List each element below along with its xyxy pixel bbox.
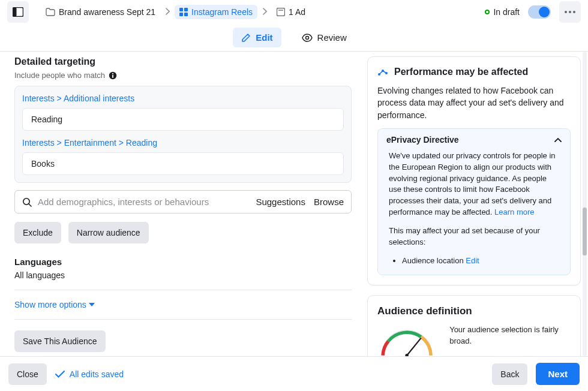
- back-button[interactable]: Back: [492, 363, 527, 385]
- svg-point-14: [112, 73, 113, 74]
- status-badge: In draft: [485, 7, 520, 17]
- tab-edit-label: Edit: [256, 32, 272, 43]
- breadcrumb-adset[interactable]: Instagram Reels: [175, 5, 257, 19]
- languages-title: Languages: [14, 257, 352, 267]
- browse-button[interactable]: Browse: [314, 197, 344, 207]
- targeting-box: Interests > Additional interests Reading…: [14, 86, 352, 183]
- interest-path-1: Interests > Additional interests: [22, 94, 344, 103]
- performance-title: Performance may be affected: [394, 67, 528, 77]
- scrollbar-track[interactable]: [583, 52, 587, 356]
- svg-rect-3: [184, 8, 188, 11]
- draft-toggle[interactable]: [528, 5, 551, 19]
- interest-path-2: Interests > Entertainment > Reading: [22, 138, 344, 148]
- breadcrumb-ad[interactable]: 1 Ad: [272, 5, 310, 19]
- svg-rect-2: [179, 8, 183, 11]
- svg-rect-4: [179, 13, 183, 16]
- pencil-icon: [241, 33, 251, 43]
- svg-point-10: [573, 11, 575, 13]
- tab-edit[interactable]: Edit: [233, 28, 281, 47]
- eprivacy-bullet: Audience location Edit: [402, 255, 559, 267]
- show-more-label: Show more options: [14, 300, 86, 309]
- panel-icon: [13, 7, 23, 17]
- svg-point-8: [565, 11, 567, 13]
- link-entertainment[interactable]: Entertainment: [64, 138, 116, 148]
- tab-review[interactable]: Review: [293, 28, 355, 47]
- ad-icon: [277, 8, 285, 16]
- breadcrumb-campaign[interactable]: Brand awareness Sept 21: [41, 5, 160, 19]
- divider: [14, 319, 352, 320]
- toggle-knob: [539, 7, 550, 17]
- search-icon: [22, 197, 32, 207]
- svg-line-20: [407, 338, 421, 356]
- link-interests[interactable]: Interests: [22, 94, 55, 103]
- eprivacy-affect-line: This may affect your ad set because of y…: [389, 225, 559, 248]
- svg-point-9: [569, 11, 571, 13]
- targeting-search[interactable]: Suggestions Browse: [14, 190, 352, 213]
- grid-icon: [179, 8, 188, 16]
- next-button[interactable]: Next: [536, 363, 580, 385]
- status-label: In draft: [493, 7, 520, 17]
- svg-rect-1: [13, 8, 17, 17]
- breadcrumb: Brand awareness Sept 21 Instagram Reels …: [41, 5, 310, 19]
- caret-down-icon: [89, 303, 95, 306]
- status-dot-icon: [485, 10, 490, 14]
- show-more-options[interactable]: Show more options: [14, 300, 352, 309]
- languages-value: All languages: [14, 270, 352, 280]
- folder-icon: [46, 8, 55, 16]
- breadcrumb-adset-label: Instagram Reels: [191, 7, 253, 17]
- eprivacy-bullet-label: Audience location: [402, 256, 464, 265]
- eprivacy-edit-link[interactable]: Edit: [466, 256, 479, 265]
- link-reading[interactable]: Reading: [126, 138, 157, 148]
- saved-status-label: All edits saved: [70, 369, 124, 379]
- performance-body: Evolving changes related to how Facebook…: [377, 85, 571, 121]
- link-interests-2[interactable]: Interests: [22, 138, 55, 148]
- audience-definition-text: Your audience selection is fairly broad.: [449, 324, 571, 356]
- svg-rect-6: [277, 8, 285, 16]
- divider: [14, 290, 352, 290]
- breadcrumb-ad-label: 1 Ad: [289, 7, 305, 17]
- breadcrumb-campaign-label: Brand awareness Sept 21: [59, 7, 155, 17]
- svg-line-16: [29, 204, 31, 206]
- gauge-icon: [377, 324, 436, 356]
- svg-rect-13: [112, 74, 113, 77]
- chevron-right-icon: [165, 7, 170, 17]
- close-button[interactable]: Close: [8, 363, 47, 385]
- chevron-right-icon: [262, 7, 267, 17]
- suggestions-button[interactable]: Suggestions: [256, 197, 305, 207]
- saved-status: All edits saved: [55, 369, 124, 379]
- narrow-audience-button[interactable]: Narrow audience: [68, 222, 149, 243]
- svg-rect-5: [184, 13, 188, 16]
- interest-value-books[interactable]: Books: [22, 152, 344, 175]
- chevron-up-icon: [554, 137, 562, 142]
- eye-icon: [302, 34, 313, 42]
- panel-toggle-button[interactable]: [7, 1, 29, 23]
- check-icon: [55, 371, 65, 378]
- save-audience-button[interactable]: Save This Audience: [14, 330, 106, 352]
- scrollbar-thumb[interactable]: [583, 207, 587, 255]
- link-additional-interests[interactable]: Additional interests: [64, 94, 134, 103]
- performance-icon: [377, 67, 388, 77]
- info-icon[interactable]: [109, 71, 117, 80]
- audience-definition-title: Audience definition: [377, 305, 571, 317]
- more-icon: [565, 11, 575, 13]
- more-button[interactable]: [559, 1, 581, 23]
- eprivacy-body: We've updated our privacy controls for p…: [389, 151, 556, 216]
- performance-card: Performance may be affected Evolving cha…: [367, 56, 581, 285]
- svg-point-11: [305, 36, 308, 39]
- eprivacy-title: ePrivacy Directive: [386, 135, 459, 145]
- tab-review-label: Review: [317, 32, 347, 43]
- exclude-button[interactable]: Exclude: [14, 222, 61, 243]
- eprivacy-header[interactable]: ePrivacy Directive: [378, 129, 570, 151]
- detailed-targeting-title: Detailed targeting: [14, 56, 352, 67]
- eprivacy-box: ePrivacy Directive We've updated our pri…: [377, 128, 571, 276]
- audience-definition-card: Audience definition Your audience select…: [367, 295, 581, 356]
- interest-value-reading[interactable]: Reading: [22, 108, 344, 131]
- targeting-search-input[interactable]: [38, 197, 250, 207]
- include-label: Include people who match: [14, 71, 105, 80]
- learn-more-link[interactable]: Learn more: [494, 207, 534, 216]
